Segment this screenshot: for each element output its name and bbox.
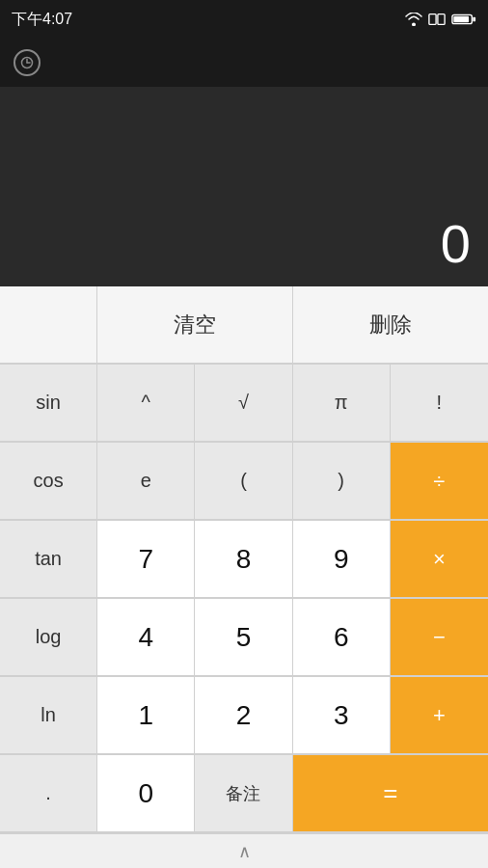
status-icons [405, 13, 476, 26]
tan-button[interactable]: tan [0, 521, 97, 598]
clear-button[interactable]: 清空 [97, 286, 292, 364]
four-button[interactable]: 4 [97, 599, 195, 676]
three-button[interactable]: 3 [293, 677, 391, 754]
divide-button[interactable]: ÷ [391, 443, 488, 520]
factorial-button[interactable]: ! [391, 365, 488, 442]
sqrt-button[interactable]: √ [195, 365, 292, 442]
plus-button[interactable]: + [391, 677, 488, 754]
calculator-keypad: 清空 删除 sin ^ √ π ! cos e ( [0, 286, 488, 868]
svg-rect-0 [429, 14, 436, 25]
row-5: ln 1 2 3 + [0, 677, 488, 755]
open-paren-button[interactable]: ( [195, 443, 292, 520]
seven-button[interactable]: 7 [97, 521, 195, 598]
row-4: log 4 5 6 − [0, 599, 488, 677]
minus-button[interactable]: − [391, 599, 488, 676]
chevron-up-icon: ∧ [238, 841, 251, 862]
history-button[interactable] [14, 49, 41, 76]
log-button[interactable]: log [0, 599, 97, 676]
two-button[interactable]: 2 [195, 677, 292, 754]
blank-btn [0, 286, 97, 364]
pi-button[interactable]: π [293, 365, 391, 442]
chevron-row[interactable]: ∧ [0, 833, 488, 868]
close-paren-button[interactable]: ) [293, 443, 391, 520]
six-button[interactable]: 6 [293, 599, 391, 676]
memo-button[interactable]: 备注 [195, 755, 292, 832]
equals-button[interactable]: = [293, 755, 488, 832]
status-time: 下午4:07 [12, 10, 72, 30]
ln-button[interactable]: ln [0, 677, 97, 754]
nine-button[interactable]: 9 [293, 521, 391, 598]
sin-button[interactable]: sin [0, 365, 97, 442]
zero-button[interactable]: 0 [97, 755, 195, 832]
one-button[interactable]: 1 [97, 677, 195, 754]
top-row: 清空 删除 [0, 286, 488, 365]
svg-rect-3 [453, 16, 469, 23]
clock-icon [20, 56, 34, 69]
five-button[interactable]: 5 [195, 599, 292, 676]
power-button[interactable]: ^ [97, 365, 195, 442]
row-6: . 0 备注 = [0, 755, 488, 833]
calculator-display: 0 [0, 87, 488, 286]
display-value: 0 [441, 217, 471, 271]
delete-button[interactable]: 删除 [293, 286, 488, 364]
history-bar [0, 39, 488, 87]
e-button[interactable]: e [97, 443, 195, 520]
svg-rect-4 [473, 17, 475, 22]
multiply-button[interactable]: × [391, 521, 488, 598]
dot-button[interactable]: . [0, 755, 97, 832]
battery-icon [451, 13, 476, 26]
cos-button[interactable]: cos [0, 443, 97, 520]
wifi-icon [405, 13, 422, 26]
row-2: cos e ( ) ÷ [0, 443, 488, 521]
status-bar: 下午4:07 [0, 0, 488, 39]
row-3: tan 7 8 9 × [0, 521, 488, 599]
svg-rect-1 [438, 14, 445, 25]
eight-button[interactable]: 8 [195, 521, 292, 598]
row-1: sin ^ √ π ! [0, 365, 488, 443]
sim-icon [428, 13, 446, 26]
